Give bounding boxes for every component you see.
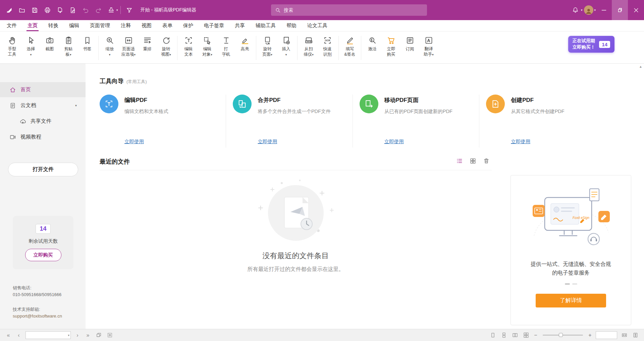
tool-card-edit-pdf[interactable]: 编辑PDF 编辑文档和文本格式 立即使用 (100, 95, 226, 148)
menu-item-home[interactable]: 主页 (22, 20, 43, 31)
next-page-button[interactable]: › (74, 333, 81, 338)
clear-recent-trash-button[interactable] (483, 158, 490, 166)
select-region-icon[interactable] (106, 331, 114, 339)
sidebar-item-home[interactable]: 首页 (0, 82, 86, 97)
open-file-button[interactable]: 打开文件 (8, 163, 78, 176)
ribbon-clipboard[interactable]: 剪贴 板▾ (59, 34, 78, 57)
ribbon-group-divider (338, 36, 339, 60)
ribbon-buy-now[interactable]: 立即 购买 (382, 34, 400, 57)
stamp-tool-icon[interactable] (105, 4, 117, 16)
first-page-button[interactable]: « (5, 333, 12, 338)
global-search[interactable] (271, 4, 427, 16)
chevron-down-icon[interactable]: ▾ (116, 8, 118, 12)
last-page-button[interactable]: » (84, 333, 92, 338)
menu-item-page-manage[interactable]: 页面管理 (85, 20, 115, 31)
ribbon-reflow[interactable]: 重排 (138, 34, 157, 52)
ribbon-activate[interactable]: 激活 (363, 34, 382, 52)
ribbon-edit-object[interactable]: 编辑 对象▾ (198, 34, 217, 57)
chevron-down-icon[interactable]: ▾ (68, 334, 69, 337)
ribbon-snapshot[interactable]: 截图 (40, 34, 59, 52)
create-pdf-icon[interactable] (67, 4, 79, 16)
zoom-level-box[interactable] (596, 331, 617, 339)
tool-card-create-pdf[interactable]: 创建PDF 从其它格式文件创建PDF 立即使用 (479, 95, 631, 148)
zoom-in-button[interactable]: + (587, 332, 593, 338)
single-page-view-icon[interactable] (489, 331, 497, 339)
chevron-down-icon[interactable]: ▾ (581, 8, 583, 12)
quick-tools-filter-icon[interactable] (123, 4, 136, 16)
ribbon-page-fit-options[interactable]: 页面适 应选项▾ (119, 34, 138, 57)
menu-item-file[interactable]: 文件 (1, 20, 22, 31)
menu-item-view[interactable]: 视图 (136, 20, 157, 31)
buy-now-button[interactable]: 立即购买 (25, 249, 61, 261)
use-now-link[interactable]: 立即使用 (384, 138, 404, 145)
ribbon-insert[interactable]: 插入 ▾ (277, 34, 296, 57)
menu-item-convert[interactable]: 转换 (43, 20, 64, 31)
ribbon-hand-tool[interactable]: 手型 工具 (3, 34, 21, 57)
ribbon-rotate-pages[interactable]: 旋转 页面▾ (258, 34, 277, 57)
close-button[interactable] (628, 0, 644, 20)
tool-card-move-pages[interactable]: 移动PDF页面 从已有的PDF页面创建新的PDF 立即使用 (353, 95, 479, 148)
ribbon-highlight[interactable]: 高亮 (235, 34, 254, 52)
ribbon-zoom[interactable]: 缩放 ▾ (100, 34, 119, 57)
zoom-slider[interactable] (543, 335, 583, 336)
menu-item-paper-tools[interactable]: 论文工具 (302, 20, 333, 31)
menu-item-protect[interactable]: 保护 (178, 20, 199, 31)
ribbon-from-scanner[interactable]: 从扫 描仪▾ (299, 34, 318, 57)
menu-item-share[interactable]: 共享 (229, 20, 250, 31)
support-email-value[interactable]: support@foxitsoftware.cn (13, 313, 86, 320)
tool-card-merge-pdf[interactable]: 合并PDF 将多个文件合并生成一个PDF文件 立即使用 (226, 95, 353, 148)
ribbon-edit-text[interactable]: 编辑 文本 (179, 34, 198, 57)
save-icon[interactable] (29, 4, 41, 16)
list-view-button[interactable] (456, 158, 463, 166)
menu-item-edit[interactable]: 编辑 (64, 20, 85, 31)
menu-item-accessibility[interactable]: 辅助工具 (250, 20, 281, 31)
sidebar-item-cloud-docs[interactable]: 云文档 ▾ (0, 98, 86, 113)
ribbon-fill-sign[interactable]: 填写 &签名 (340, 34, 359, 57)
minimize-button[interactable] (596, 0, 612, 20)
open-file-icon[interactable] (16, 4, 28, 16)
ribbon-bookmark[interactable]: 书签 (78, 34, 97, 52)
fit-page-icon[interactable] (631, 331, 639, 339)
ribbon-typewriter[interactable]: 打 字机 (217, 34, 235, 57)
ribbon-quick-ocr[interactable]: OCR 快速 识别 (318, 34, 337, 57)
facing-view-icon[interactable] (511, 331, 519, 339)
sidebar-item-shared-files[interactable]: 共享文件 (0, 114, 86, 129)
ribbon-rotate-view[interactable]: 旋转 视图▾ (157, 34, 175, 57)
print-icon[interactable] (41, 4, 53, 16)
notifications-bell-icon[interactable] (570, 4, 582, 16)
menu-item-form[interactable]: 表单 (157, 20, 178, 31)
undo-icon[interactable] (79, 4, 92, 16)
zoom-out-button[interactable]: − (533, 332, 538, 338)
page-number-box[interactable]: ▾ (25, 331, 71, 339)
search-input[interactable] (284, 7, 423, 13)
chevron-down-icon[interactable]: ▾ (75, 104, 77, 107)
trial-period-badge[interactable]: 正在试用期 立即购买！ 14 (568, 36, 614, 53)
ribbon-subscribe[interactable]: 订阅 (400, 34, 419, 52)
hand-tool-icon (8, 36, 17, 45)
menu-item-comment[interactable]: 注释 (115, 20, 136, 31)
snapshot-pages-icon[interactable] (95, 331, 103, 339)
scrollbar-up-icon[interactable]: ▲ (639, 65, 642, 68)
ribbon-translate-assistant[interactable]: 翻译 助手▾ (419, 34, 438, 57)
facing-continuous-view-icon[interactable] (522, 331, 530, 339)
learn-more-button[interactable]: 了解详情 (536, 294, 606, 307)
grid-view-button[interactable] (470, 158, 476, 166)
redo-icon[interactable] (92, 4, 104, 16)
account-avatar[interactable] (583, 4, 595, 16)
export-pdf-icon[interactable] (54, 4, 66, 16)
page-number-input[interactable] (28, 333, 68, 338)
zoom-slider-thumb[interactable] (559, 333, 563, 337)
use-now-link[interactable]: 立即使用 (511, 138, 530, 145)
use-now-link[interactable]: 立即使用 (258, 138, 277, 145)
sidebar-item-video-tutorials[interactable]: 视频教程 (0, 129, 86, 145)
continuous-view-icon[interactable] (500, 331, 508, 339)
menu-item-esign[interactable]: 电子签章 (199, 20, 229, 31)
ribbon-select[interactable]: 选择 ▾ (21, 34, 40, 57)
zoom-level-input[interactable] (598, 333, 615, 338)
use-now-link[interactable]: 立即使用 (124, 138, 144, 145)
previous-page-button[interactable]: ‹ (15, 333, 22, 338)
restore-button[interactable] (612, 0, 628, 20)
fit-width-icon[interactable] (620, 331, 628, 339)
carousel-dots[interactable] (565, 283, 577, 285)
menu-item-help[interactable]: 帮助 (281, 20, 302, 31)
